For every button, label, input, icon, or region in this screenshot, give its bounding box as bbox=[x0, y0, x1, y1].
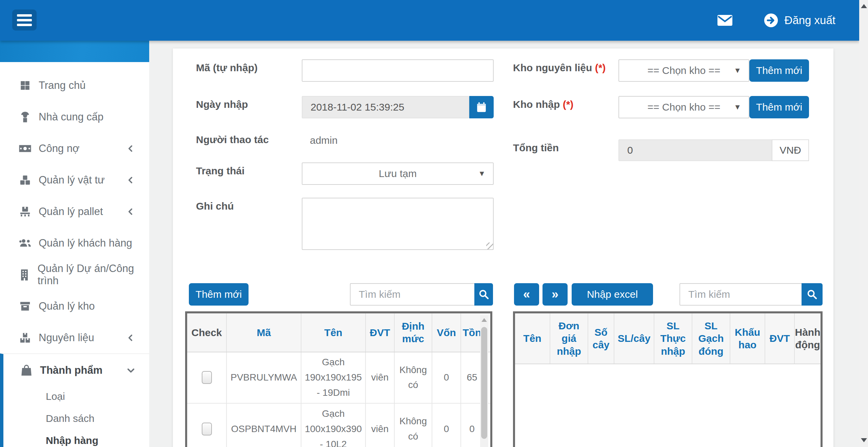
sidebar-banner bbox=[0, 41, 149, 62]
page-scrollbar[interactable] bbox=[859, 0, 868, 447]
sidebar-subitem-label: Nhập hàng bbox=[46, 435, 98, 446]
right-search bbox=[679, 283, 823, 306]
col-sl-thuc-nhap: SL Thực nhập bbox=[654, 313, 692, 364]
col-ten: Tên bbox=[301, 313, 366, 352]
them-moi-kho-nguyen-lieu-button[interactable]: Thêm mới bbox=[749, 59, 809, 82]
sidebar-item-label: Quản lý Dự án/Công trình bbox=[38, 263, 149, 287]
pallet-icon bbox=[18, 206, 33, 217]
table-scrollbar-thumb[interactable] bbox=[481, 327, 487, 439]
sidebar-item-quan-ly-pallet[interactable]: Quản lý pallet bbox=[0, 196, 149, 227]
sidebar-item-thanh-pham[interactable]: Thành phẩm bbox=[3, 355, 149, 385]
material-icon bbox=[18, 174, 33, 186]
sidebar-item-trang-chu[interactable]: Trang chủ bbox=[0, 70, 149, 101]
chevron-left-icon bbox=[126, 176, 135, 184]
col-dvt: ĐVT bbox=[366, 313, 395, 352]
ma-input[interactable] bbox=[302, 59, 494, 82]
kho-nguyen-lieu-text: Kho nguyên liệu bbox=[513, 62, 592, 73]
cell-dvt: viên bbox=[366, 352, 395, 403]
cell-ton: 0 bbox=[461, 404, 483, 447]
sidebar-item-label: Quản lý khách hàng bbox=[39, 237, 132, 249]
sidebar-item-nha-cung-cap[interactable]: Nhà cung cấp bbox=[0, 101, 149, 133]
trang-thai-select[interactable]: Lưu tạm ▼ bbox=[302, 162, 494, 185]
cell-dinh-muc: Không có bbox=[395, 404, 432, 447]
currency-addon: VNĐ bbox=[772, 139, 809, 161]
ngay-nhap-label: Ngày nhập bbox=[196, 99, 248, 110]
warehouse-icon bbox=[18, 300, 33, 312]
sidebar-subitem-nhap-hang[interactable]: Nhập hàng bbox=[3, 429, 149, 447]
cell-ten: Gạch 190x190x195 - 19Dmi bbox=[301, 352, 366, 403]
import-items-table-body-empty bbox=[515, 364, 821, 447]
scroll-down-icon[interactable] bbox=[861, 438, 867, 442]
sidebar-section-thanh-pham: Thành phẩm Loại Danh sách Nhập hàng bbox=[0, 353, 149, 447]
required-mark: (*) bbox=[563, 99, 574, 110]
kho-nhap-select[interactable]: == Chọn kho == ▼ bbox=[618, 96, 749, 118]
ghi-chu-label: Ghi chú bbox=[196, 200, 234, 212]
kho-nguyen-lieu-label: Kho nguyên liệu (*) bbox=[513, 62, 606, 74]
sidebar-item-nguyen-lieu[interactable]: Nguyên liệu bbox=[0, 322, 149, 353]
kho-nhap-text: Kho nhập bbox=[513, 99, 560, 110]
left-search-input[interactable] bbox=[350, 283, 474, 306]
sidebar-item-quan-ly-khach-hang[interactable]: Quản lý khách hàng bbox=[0, 227, 149, 259]
row-checkbox[interactable] bbox=[202, 371, 212, 384]
calendar-button[interactable] bbox=[469, 96, 494, 118]
chevron-left-icon bbox=[126, 144, 135, 153]
cell-ma: OSPBNT4MVH bbox=[227, 404, 301, 447]
left-search-button[interactable] bbox=[474, 283, 493, 306]
nhap-excel-button[interactable]: Nhập excel bbox=[572, 283, 653, 306]
caret-down-icon: ▼ bbox=[478, 169, 486, 178]
trang-thai-label: Trạng thái bbox=[196, 165, 244, 177]
tong-tien-label: Tổng tiền bbox=[513, 142, 559, 154]
textarea-resize-handle[interactable] bbox=[486, 242, 493, 249]
calendar-icon bbox=[476, 101, 487, 113]
mail-icon[interactable] bbox=[717, 14, 733, 27]
col-von: Vốn bbox=[432, 313, 461, 352]
them-moi-row-button[interactable]: Thêm mới bbox=[189, 283, 249, 306]
required-mark: (*) bbox=[595, 62, 606, 73]
row-checkbox[interactable] bbox=[202, 423, 212, 435]
import-items-table: Tên Đơn giá nhập Số cây SL/cây SL Thực n… bbox=[513, 311, 823, 447]
topbar: Đăng xuất bbox=[0, 0, 859, 41]
page-next-button[interactable]: » bbox=[542, 283, 568, 306]
sidebar-item-label: Quản lý pallet bbox=[39, 206, 103, 218]
chevron-down-icon bbox=[126, 366, 136, 375]
sidebar-subitem-loai[interactable]: Loại bbox=[3, 385, 149, 407]
them-moi-kho-nhap-button[interactable]: Thêm mới bbox=[749, 96, 809, 118]
cell-ton: 65 bbox=[461, 352, 483, 403]
table-scroll-up-icon[interactable] bbox=[481, 318, 487, 322]
sidebar-subitem-danh-sach[interactable]: Danh sách bbox=[3, 407, 149, 429]
cell-dinh-muc: Không có bbox=[395, 352, 432, 403]
table-scrollbar[interactable] bbox=[480, 315, 488, 447]
sidebar-item-label: Quản lý vật tư bbox=[39, 174, 105, 186]
sidebar-item-cong-no[interactable]: Công nợ bbox=[0, 133, 149, 164]
nguoi-thao-tac-value: admin bbox=[310, 135, 338, 146]
sidebar-item-quan-ly-kho[interactable]: Quản lý kho bbox=[0, 290, 149, 322]
logout-button[interactable]: Đăng xuất bbox=[764, 13, 835, 28]
scroll-up-icon[interactable] bbox=[861, 4, 867, 8]
ngay-nhap-input[interactable] bbox=[302, 96, 469, 118]
right-search-input[interactable] bbox=[679, 283, 802, 306]
sidebar: Trang chủ Nhà cung cấp Công nợ Quản lý v… bbox=[0, 41, 149, 447]
ghi-chu-textarea[interactable] bbox=[302, 198, 494, 250]
nguoi-thao-tac-label: Người thao tác bbox=[196, 134, 269, 145]
raw-material-icon bbox=[18, 332, 33, 344]
cell-von: 0 bbox=[432, 404, 461, 447]
col-sl-gach-dong: SL Gạch đóng bbox=[692, 313, 730, 364]
cell-ma: PVBRULYMWA bbox=[227, 352, 301, 403]
col-dinh-muc: Định mức bbox=[395, 313, 432, 352]
right-search-button[interactable] bbox=[802, 283, 823, 306]
sidebar-subitem-label: Loại bbox=[46, 391, 65, 402]
page-prev-button[interactable]: « bbox=[514, 283, 539, 306]
sidebar-item-quan-ly-du-an[interactable]: Quản lý Dự án/Công trình bbox=[0, 259, 149, 290]
search-icon bbox=[478, 289, 490, 300]
sidebar-item-label: Công nợ bbox=[39, 142, 79, 155]
kho-nguyen-lieu-select[interactable]: == Chọn kho == ▼ bbox=[618, 59, 749, 82]
sidebar-item-label: Thành phẩm bbox=[40, 364, 102, 376]
sidebar-item-quan-ly-vat-tu[interactable]: Quản lý vật tư bbox=[0, 164, 149, 196]
logout-label: Đăng xuất bbox=[785, 14, 835, 27]
tong-tien-input[interactable] bbox=[618, 139, 772, 161]
trang-thai-value: Lưu tạm bbox=[379, 168, 417, 179]
sidebar-item-label: Quản lý kho bbox=[39, 300, 95, 312]
project-icon bbox=[18, 269, 32, 280]
menu-toggle-button[interactable] bbox=[12, 9, 37, 31]
col-hanh-dong: Hành động bbox=[795, 313, 821, 364]
